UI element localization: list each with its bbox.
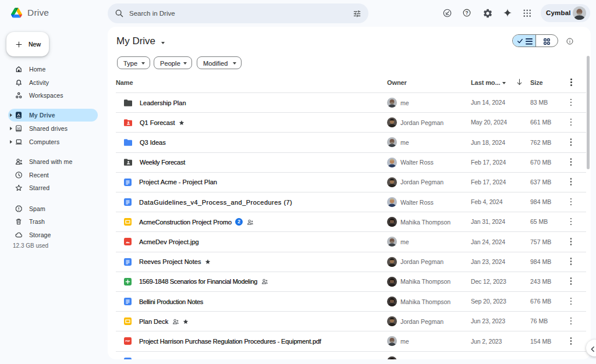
- svg-text:PDF: PDF: [125, 340, 130, 343]
- svg-text:?: ?: [465, 10, 468, 16]
